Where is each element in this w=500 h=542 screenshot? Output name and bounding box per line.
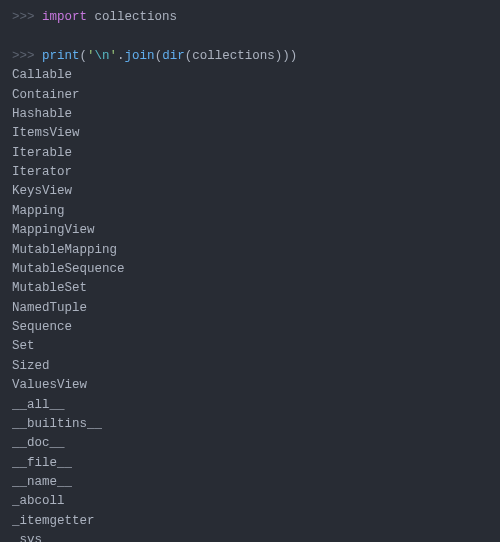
arg-collections: collections — [192, 49, 275, 63]
output-line: Mapping — [12, 202, 488, 221]
output-line: KeysView — [12, 182, 488, 201]
repl-prompt: >>> — [12, 49, 42, 63]
method-join: join — [125, 49, 155, 63]
output-line: MutableSequence — [12, 260, 488, 279]
escape-seq: \n — [95, 49, 110, 63]
output-line: ValuesView — [12, 376, 488, 395]
keyword-import: import — [42, 10, 87, 24]
code-line-1: >>> import collections — [12, 8, 488, 27]
module-name: collections — [95, 10, 178, 24]
func-dir: dir — [162, 49, 185, 63]
output-line: _sys — [12, 531, 488, 542]
output-line: _abcoll — [12, 492, 488, 511]
output-line: Iterable — [12, 144, 488, 163]
output-line: MutableSet — [12, 279, 488, 298]
output-line: __all__ — [12, 396, 488, 415]
output-line: Set — [12, 337, 488, 356]
terminal-output: >>> import collections >>> print('\n'.jo… — [12, 8, 488, 542]
repl-prompt: >>> — [12, 10, 42, 24]
output-line: Sized — [12, 357, 488, 376]
output-line: Iterator — [12, 163, 488, 182]
output-line: Callable — [12, 66, 488, 85]
output-block: CallableContainerHashableItemsViewIterab… — [12, 66, 488, 542]
code-line-2: >>> print('\n'.join(dir(collections))) — [12, 47, 488, 66]
output-line: Hashable — [12, 105, 488, 124]
func-print: print — [42, 49, 80, 63]
output-line: __file__ — [12, 454, 488, 473]
output-line: __doc__ — [12, 434, 488, 453]
output-line: _itemgetter — [12, 512, 488, 531]
output-line: MutableMapping — [12, 241, 488, 260]
output-line: __name__ — [12, 473, 488, 492]
output-line: MappingView — [12, 221, 488, 240]
output-line: NamedTuple — [12, 299, 488, 318]
output-line: ItemsView — [12, 124, 488, 143]
blank-line — [12, 27, 488, 46]
output-line: __builtins__ — [12, 415, 488, 434]
output-line: Sequence — [12, 318, 488, 337]
output-line: Container — [12, 86, 488, 105]
